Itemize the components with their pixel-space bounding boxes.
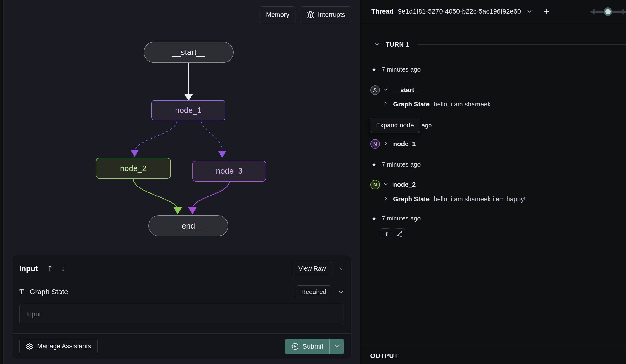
submit-split-button: Submit: [285, 339, 344, 354]
play-circle-icon: [291, 342, 299, 350]
output-section-title: OUTPUT: [370, 352, 398, 360]
graph-node-start[interactable]: __start__: [144, 42, 234, 63]
expand-node-tooltip: Expand node: [370, 118, 420, 133]
history-slider-tick-start: [593, 9, 595, 14]
view-raw-button-label: View Raw: [299, 265, 326, 272]
thread-header: Thread 9e1d1f81-5270-4050-b22c-5ac196f92…: [360, 0, 626, 23]
thread-chevron-down-icon[interactable]: [526, 8, 533, 15]
history-slider-handle[interactable]: [604, 7, 612, 16]
graph-state-key: Graph State: [393, 196, 430, 203]
user-icon: [372, 87, 378, 93]
graph-canvas[interactable]: Memory Interrupts __start__: [3, 0, 360, 364]
collapse-down-arrow-icon[interactable]: ↓: [60, 265, 66, 273]
node-1-chevron-right-icon[interactable]: [383, 140, 389, 148]
turn-1-header[interactable]: TURN 1: [360, 39, 626, 50]
graph-node-end-label: __end__: [173, 221, 204, 231]
submit-options-chevron-icon[interactable]: [329, 339, 344, 354]
timestamp-row: ◆ 7 minutes ago: [360, 213, 626, 224]
node-1-event-row[interactable]: N node_1: [360, 139, 626, 149]
graph-toolbar: Memory Interrupts: [259, 6, 352, 23]
covered-timestamp-suffix: ago: [422, 122, 432, 129]
diamond-bullet-icon: ◆: [372, 67, 376, 71]
submit-button-label: Submit: [303, 343, 323, 350]
edit-state-button[interactable]: [394, 228, 405, 239]
thread-label: Thread: [371, 8, 393, 15]
fork-thread-button[interactable]: [380, 228, 391, 239]
graph-node-node-3-label: node_3: [216, 166, 243, 176]
input-panel: Input ↑ ↓ View Raw T Graph State Re: [12, 255, 351, 359]
graph-state-chevron-down-icon[interactable]: [338, 289, 344, 295]
history-slider-tick-end: [623, 9, 624, 14]
input-header-chevron-down-icon[interactable]: [338, 265, 344, 272]
graph-node-start-label: __start__: [172, 48, 205, 57]
turn-label: TURN 1: [386, 41, 410, 48]
graph-state-value: hello, i am shameek: [433, 101, 491, 108]
timestamp-text: 7 minutes ago: [382, 215, 421, 222]
thread-panel: Thread 9e1d1f81-5270-4050-b22c-5ac196f92…: [360, 0, 626, 364]
graph-state-field-label: Graph State: [30, 288, 68, 296]
input-panel-footer: Manage Assistants Submit: [12, 334, 351, 354]
manage-assistants-label: Manage Assistants: [37, 343, 91, 350]
memory-button-label: Memory: [266, 11, 289, 19]
fork-tree-icon: [383, 231, 389, 237]
node-2-chevron-down-icon[interactable]: [383, 181, 389, 188]
graph-node-node-2-label: node_2: [120, 164, 147, 173]
output-section-divider: [360, 346, 626, 346]
graph-state-key: Graph State: [393, 101, 430, 108]
node-1-event-label: node_1: [393, 140, 416, 148]
timestamp-text: 7 minutes ago: [382, 66, 421, 73]
submit-button[interactable]: Submit: [285, 339, 329, 354]
node-1-avatar: N: [370, 139, 380, 149]
start-event-row[interactable]: __start__: [360, 85, 626, 95]
memory-button[interactable]: Memory: [259, 6, 296, 23]
collapse-up-arrow-icon[interactable]: ↑: [47, 265, 53, 273]
node-2-event-label: node_2: [393, 181, 416, 188]
graph-state-field-row: T Graph State Required: [12, 275, 351, 298]
node-2-avatar: N: [370, 180, 380, 189]
graph-node-node-1-label: node_1: [175, 106, 202, 115]
thread-id: 9e1d1f81-5270-4050-b22c-5ac196f92e60: [398, 8, 521, 15]
start-event-label: __start__: [393, 87, 422, 94]
graph-state-entry-row[interactable]: Graph State hello, i am shameek: [360, 99, 626, 109]
graph-state-entry-row[interactable]: Graph State hello, i am shameek i am hap…: [360, 194, 626, 204]
required-badge: Required: [296, 285, 332, 298]
history-slider: [590, 7, 626, 16]
graph-node-node-2[interactable]: node_2: [96, 158, 171, 179]
input-panel-title: Input: [19, 264, 38, 273]
langgraph-studio-app: Memory Interrupts __start__: [0, 0, 626, 364]
turn-chevron-down-icon[interactable]: [374, 41, 380, 48]
required-badge-label: Required: [301, 288, 326, 296]
timestamp-row: ◆ 7 minutes ago: [360, 64, 626, 75]
thread-timeline: TURN 1 ◆ 7 minutes ago __start__: [360, 23, 626, 364]
gear-icon: [26, 343, 33, 350]
graph-state-chevron-right-icon[interactable]: [383, 196, 389, 203]
view-raw-button[interactable]: View Raw: [293, 262, 332, 275]
graph-state-value: hello, i am shameek i am happy!: [433, 196, 526, 203]
user-avatar: [370, 85, 380, 95]
graph-state-chevron-right-icon[interactable]: [383, 101, 389, 108]
collapsed-left-rail: [0, 0, 3, 364]
turn-actions-row: [360, 229, 626, 239]
bug-icon: [307, 11, 315, 19]
timestamp-text: 7 minutes ago: [382, 161, 421, 168]
expand-node-tooltip-label: Expand node: [376, 122, 414, 129]
diamond-bullet-icon: ◆: [372, 216, 376, 221]
manage-assistants-button[interactable]: Manage Assistants: [19, 339, 98, 354]
graph-node-node-3[interactable]: node_3: [193, 161, 266, 182]
text-type-icon: T: [19, 288, 24, 296]
turn-divider-line: [418, 44, 626, 45]
graph-state-input[interactable]: [19, 304, 344, 324]
interrupts-button-label: Interrupts: [318, 11, 345, 19]
timestamp-row: ◆ 7 minutes ago: [360, 159, 626, 170]
start-chevron-down-icon[interactable]: [383, 87, 389, 94]
interrupts-button[interactable]: Interrupts: [300, 6, 352, 23]
graph-node-end[interactable]: __end__: [148, 215, 228, 236]
input-panel-header: Input ↑ ↓ View Raw: [12, 255, 351, 275]
tooltip-row: Expand node ago: [360, 118, 626, 133]
node-2-event-row[interactable]: N node_2: [360, 179, 626, 190]
new-thread-plus-icon[interactable]: +: [544, 6, 550, 16]
pencil-icon: [396, 231, 403, 237]
diamond-bullet-icon: ◆: [372, 163, 376, 166]
graph-node-node-1[interactable]: node_1: [151, 100, 226, 120]
